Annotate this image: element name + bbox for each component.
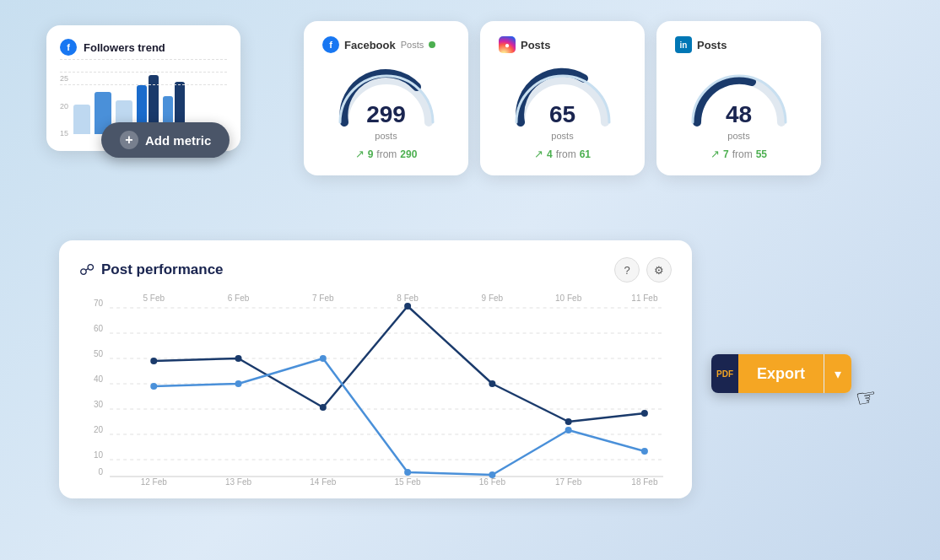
- li-trend-num: 7: [723, 148, 729, 160]
- svg-text:20: 20: [94, 425, 104, 434]
- li-posts-value: 48: [726, 103, 752, 127]
- li-trend-from: from: [732, 148, 753, 160]
- performance-title-row: ☍ Post performance: [79, 261, 224, 279]
- chart-line-1: [154, 306, 645, 422]
- performance-header: ☍ Post performance ? ⚙: [79, 257, 672, 283]
- li-posts-label: Posts: [697, 39, 727, 51]
- y-label-25: 25: [60, 74, 68, 83]
- ig-trend-base: 61: [580, 148, 591, 160]
- li-posts-unit: posts: [727, 131, 749, 141]
- ig-trend-from: from: [556, 148, 576, 160]
- svg-text:13 Feb: 13 Feb: [225, 477, 252, 485]
- gauge-li: 48: [684, 63, 794, 127]
- followers-title: Followers trend: [84, 41, 165, 54]
- svg-text:10 Feb: 10 Feb: [555, 293, 582, 303]
- svg-point-43: [641, 448, 648, 455]
- cursor-icon: ☞: [853, 382, 878, 413]
- posts-card-header-li: in Posts: [675, 36, 727, 53]
- gauge-fb: 299: [332, 63, 441, 127]
- export-chevron-button[interactable]: ▾: [824, 354, 851, 393]
- y-label-15: 15: [60, 129, 68, 137]
- svg-text:5 Feb: 5 Feb: [143, 293, 165, 303]
- facebook-icon: f: [60, 39, 77, 56]
- svg-point-33: [404, 303, 411, 310]
- li-posts-trend: ↗ 7 from 55: [710, 148, 767, 160]
- fb-trend-base: 290: [400, 148, 417, 160]
- y-label-20: 20: [60, 102, 68, 110]
- ig-posts-label: Posts: [521, 39, 550, 51]
- followers-card-header: f Followers trend: [60, 39, 227, 56]
- perf-actions: ? ⚙: [614, 257, 672, 283]
- posts-card-facebook: f Facebook Posts 299 posts ↗ 9: [304, 21, 468, 175]
- svg-text:40: 40: [94, 374, 104, 384]
- svg-text:12 Feb: 12 Feb: [141, 477, 168, 485]
- svg-text:6 Feb: 6 Feb: [228, 293, 250, 303]
- fb-trend-arrow: ↗: [355, 148, 365, 160]
- svg-point-37: [150, 383, 157, 390]
- svg-text:10: 10: [94, 450, 104, 460]
- ig-posts-trend: ↗ 4 from 61: [534, 148, 591, 160]
- svg-text:9 Feb: 9 Feb: [482, 293, 504, 303]
- ig-trend-arrow: ↗: [534, 148, 543, 160]
- fb-trend-from: from: [376, 148, 397, 160]
- export-button-container: PDF Export ▾: [711, 354, 851, 393]
- performance-title: Post performance: [101, 261, 224, 278]
- svg-point-38: [235, 380, 242, 387]
- add-metric-label: Add metric: [145, 133, 211, 148]
- posts-card-linkedin: in Posts 48 posts ↗ 7 from 55: [656, 21, 821, 175]
- posts-cards-container: f Facebook Posts 299 posts ↗ 9: [304, 21, 821, 175]
- svg-text:17 Feb: 17 Feb: [555, 477, 582, 485]
- ig-posts-unit: posts: [551, 131, 573, 141]
- svg-text:15 Feb: 15 Feb: [395, 477, 422, 485]
- ig-trend-num: 4: [547, 148, 553, 160]
- chart-line-2: [154, 358, 645, 475]
- chart-container: 70 60 50 40 30 20 10 0 5 Feb 6 Feb 7 Feb…: [79, 291, 672, 485]
- svg-point-31: [235, 355, 242, 362]
- svg-text:14 Feb: 14 Feb: [310, 477, 337, 485]
- performance-card: ☍ Post performance ? ⚙ 70 60 50 40 30 20…: [59, 240, 692, 498]
- performance-icon: ☍: [79, 261, 95, 279]
- ig-posts-value: 65: [549, 103, 575, 127]
- live-dot-fb: [429, 41, 435, 48]
- posts-card-header-fb: f Facebook Posts: [322, 36, 435, 53]
- svg-point-30: [150, 358, 157, 364]
- li-posts-icon: in: [675, 36, 692, 53]
- bar-1: [73, 105, 90, 134]
- fb-posts-label: Facebook: [344, 39, 396, 51]
- ig-posts-icon: ●: [499, 36, 516, 53]
- fb-posts-icon: f: [322, 36, 339, 53]
- add-metric-button[interactable]: + Add metric: [101, 122, 230, 158]
- export-button[interactable]: Export: [738, 354, 824, 393]
- posts-card-header-ig: ● Posts: [499, 36, 550, 53]
- settings-button[interactable]: ⚙: [646, 257, 672, 283]
- chart-svg: 70 60 50 40 30 20 10 0 5 Feb 6 Feb 7 Feb…: [79, 291, 672, 485]
- posts-card-instagram: ● Posts 65 posts ↗ 4 from 61: [480, 21, 645, 175]
- svg-text:7 Feb: 7 Feb: [312, 293, 334, 303]
- svg-text:18 Feb: 18 Feb: [631, 477, 658, 485]
- main-container: f Followers trend 25 20 15: [0, 0, 940, 560]
- svg-point-34: [489, 380, 495, 387]
- svg-point-40: [404, 469, 411, 476]
- gauge-ig: 65: [508, 63, 618, 127]
- svg-text:30: 30: [94, 400, 104, 409]
- svg-text:60: 60: [94, 324, 104, 333]
- fb-posts-value: 299: [366, 103, 406, 127]
- svg-text:11 Feb: 11 Feb: [631, 293, 658, 303]
- help-button[interactable]: ?: [614, 257, 640, 283]
- svg-point-39: [320, 355, 327, 362]
- svg-point-35: [565, 418, 572, 425]
- svg-text:8 Feb: 8 Feb: [397, 293, 419, 303]
- svg-text:16 Feb: 16 Feb: [479, 477, 506, 485]
- add-metric-plus-icon: +: [120, 131, 138, 149]
- fb-posts-trend: ↗ 9 from 290: [355, 148, 418, 160]
- svg-text:0: 0: [99, 467, 104, 477]
- li-trend-arrow: ↗: [710, 148, 720, 160]
- li-trend-base: 55: [756, 148, 767, 160]
- svg-point-41: [489, 471, 495, 478]
- fb-posts-unit: posts: [375, 131, 397, 141]
- svg-point-42: [565, 427, 572, 433]
- svg-point-32: [320, 404, 327, 411]
- svg-text:70: 70: [94, 299, 104, 308]
- fb-trend-num: 9: [368, 148, 374, 160]
- svg-text:50: 50: [94, 349, 104, 358]
